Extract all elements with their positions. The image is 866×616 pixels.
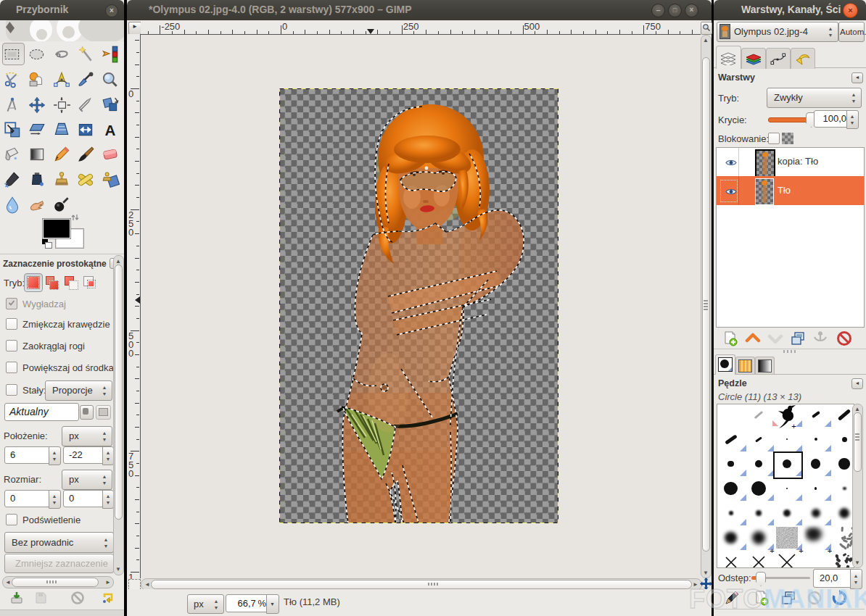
svg-text:A: A bbox=[104, 122, 115, 138]
